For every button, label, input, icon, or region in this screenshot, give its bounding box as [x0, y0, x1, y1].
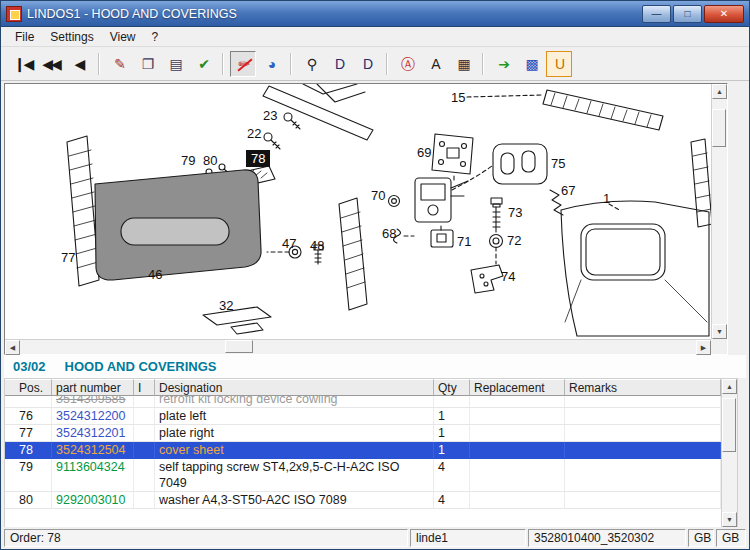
column-header-qty[interactable]: Qty — [434, 379, 470, 396]
app-icon[interactable] — [6, 6, 22, 22]
menu-item-settings[interactable]: Settings — [42, 28, 101, 46]
update-button[interactable]: U — [546, 51, 572, 77]
annotation-a-button[interactable]: Ⓐ — [394, 51, 420, 77]
mosaic-icon: ▩ — [525, 57, 536, 71]
table-row-selected[interactable]: 783524312504cover sheet1 — [5, 442, 721, 459]
diagram-label-72[interactable]: 72 — [507, 233, 521, 248]
table-row[interactable]: 799113604324self tapping screw ST4,2x9,5… — [5, 459, 721, 492]
diagram-label-73[interactable]: 73 — [508, 205, 522, 220]
no-edit-button[interactable]: ✏ — [230, 51, 256, 77]
confirm-list-icon: ✔ — [198, 57, 208, 71]
cell-i — [134, 425, 155, 441]
scroll-up-button[interactable]: ▲ — [722, 379, 737, 394]
scrollbar-track[interactable] — [712, 99, 727, 324]
cell-desig: cover sheet — [155, 442, 434, 458]
diagram-label-47[interactable]: 47 — [282, 236, 296, 251]
nav-back-button[interactable]: ◀ — [66, 51, 92, 77]
column-header-replacement[interactable]: Replacement — [470, 379, 565, 396]
diagram-label-46[interactable]: 46 — [148, 267, 162, 282]
copy-pages-button[interactable]: ❐ — [134, 51, 160, 77]
diagram-label-80[interactable]: 80 — [203, 153, 217, 168]
diagram-label-67[interactable]: 67 — [561, 183, 575, 198]
diagram-label-48[interactable]: 48 — [310, 238, 324, 253]
diagram-label-77[interactable]: 77 — [61, 250, 75, 265]
menu-item-file[interactable]: File — [7, 28, 42, 46]
table-body: 3514309585retrofit kit locking device co… — [5, 396, 721, 527]
screen-view-button[interactable]: ▤ — [162, 51, 188, 77]
edit-part-button[interactable]: ✎ — [106, 51, 132, 77]
scroll-left-button[interactable]: ◀ — [5, 340, 20, 355]
toolbar-separator — [290, 53, 292, 75]
table-row[interactable]: 809292003010washer A4,3-ST50-A2C ISO 708… — [5, 492, 721, 509]
diagram-label-71[interactable]: 71 — [457, 234, 471, 249]
column-header-designation[interactable]: Designation — [155, 379, 434, 396]
menu-item-view[interactable]: View — [102, 28, 144, 46]
cell-i — [134, 442, 155, 458]
parts-diagram[interactable]: 1523227879806975677017372687174474846773… — [5, 84, 711, 338]
confirm-list-button[interactable]: ✔ — [190, 51, 216, 77]
diagram-label-74[interactable]: 74 — [501, 269, 515, 284]
scrollbar-track[interactable] — [722, 394, 737, 512]
cell-qty: 1 — [434, 408, 470, 424]
close-button[interactable]: ✕ — [704, 5, 744, 23]
diagram-label-32[interactable]: 32 — [219, 298, 233, 313]
column-header-i[interactable]: I — [134, 379, 155, 396]
diagram-label-68[interactable]: 68 — [382, 226, 396, 241]
zoom-button[interactable]: ⚲ — [298, 51, 324, 77]
table-row[interactable]: 773524312201plate right1 — [5, 425, 721, 442]
diagram-label-78[interactable]: 78 — [251, 151, 265, 166]
cell-part: 3524312201 — [52, 425, 134, 441]
scroll-right-button[interactable]: ▶ — [696, 340, 711, 355]
column-header-partnumber[interactable]: part number — [52, 379, 134, 396]
cell-desig: plate left — [155, 408, 434, 424]
detail-page-2-button[interactable]: D — [354, 51, 380, 77]
diagram-label-70[interactable]: 70 — [371, 188, 385, 203]
scroll-up-icon: ▲ — [726, 383, 733, 390]
column-header-remarks[interactable]: Remarks — [565, 379, 721, 396]
diagram-label-15[interactable]: 15 — [451, 90, 465, 105]
table-row[interactable]: 3514309585retrofit kit locking device co… — [5, 396, 721, 408]
diagram-label-22[interactable]: 22 — [247, 126, 261, 141]
scroll-down-button[interactable]: ▼ — [712, 324, 727, 339]
scroll-down-button[interactable]: ▼ — [722, 512, 737, 527]
nav-first-button[interactable]: ❙◀ — [10, 51, 36, 77]
diagram-label-23[interactable]: 23 — [263, 108, 277, 123]
scrollbar-thumb[interactable] — [722, 398, 736, 452]
diagram-label-75[interactable]: 75 — [551, 156, 565, 171]
font-button[interactable]: A — [422, 51, 448, 77]
cell-desig: washer A4,3-ST50-A2C ISO 7089 — [155, 492, 434, 508]
menu-item-help[interactable]: ? — [144, 28, 167, 46]
cell-part: 3524312200 — [52, 408, 134, 424]
minimize-button[interactable]: — — [642, 5, 671, 23]
scrollbar-track[interactable] — [20, 340, 696, 354]
diagram-vertical-scrollbar[interactable]: ▲ ▼ — [711, 84, 727, 339]
diagram-label-1[interactable]: 1 — [603, 191, 610, 206]
detail-page-button[interactable]: D — [326, 51, 352, 77]
nav-rewind-button[interactable]: ◀◀ — [38, 51, 64, 77]
cell-rem — [565, 492, 721, 508]
cell-pos: 77 — [5, 425, 52, 441]
column-header-pos[interactable]: Pos. — [5, 379, 52, 396]
title-bar[interactable]: LINDOS1 - HOOD AND COVERINGS — □ ✕ — [1, 1, 749, 27]
detail-page-2-icon: D — [363, 57, 371, 71]
statistics-button[interactable]: ◕ — [258, 51, 284, 77]
diagram-horizontal-scrollbar[interactable]: ◀ ▶ — [5, 339, 711, 354]
diagram-label-79[interactable]: 79 — [181, 153, 195, 168]
print-button[interactable]: ▦ — [450, 51, 476, 77]
scrollbar-thumb[interactable] — [712, 109, 726, 147]
cell-pos: 76 — [5, 408, 52, 424]
table-vertical-scrollbar[interactable]: ▲ ▼ — [721, 379, 737, 527]
scrollbar-thumb[interactable] — [225, 340, 253, 353]
toolbar-separator — [222, 53, 224, 75]
maximize-button[interactable]: □ — [673, 5, 702, 23]
table-row[interactable]: 763524312200plate left1 — [5, 408, 721, 425]
scrollbar-corner — [711, 339, 727, 354]
client-area: 1523227879806975677017372687174474846773… — [1, 81, 749, 527]
statistics-icon: ◕ — [268, 57, 274, 71]
scroll-up-button[interactable]: ▲ — [712, 84, 727, 99]
section-title: HOOD AND COVERINGS — [65, 359, 217, 374]
export-button[interactable]: ➔ — [490, 51, 516, 77]
diagram-label-69[interactable]: 69 — [417, 145, 431, 160]
cell-qty — [434, 396, 470, 407]
mosaic-button[interactable]: ▩ — [518, 51, 544, 77]
